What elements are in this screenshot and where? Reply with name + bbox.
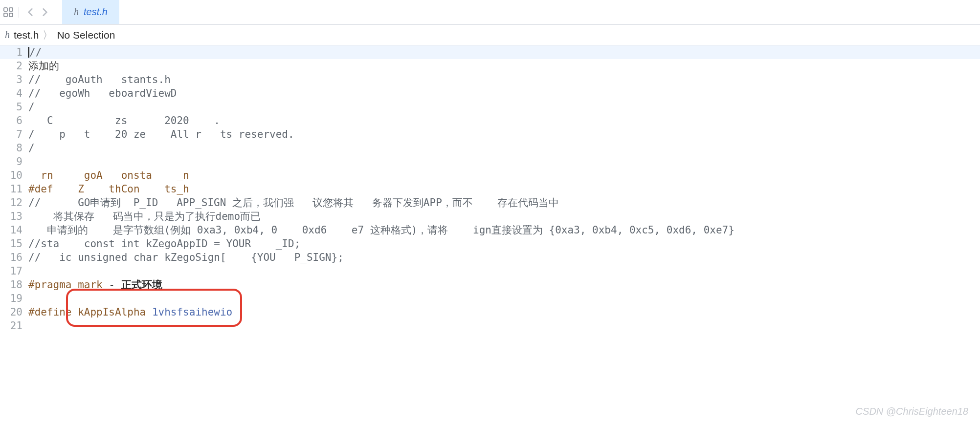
code-line[interactable]: 6 C zs 2020 . xyxy=(0,114,980,127)
breadcrumb: h test.h 〉 No Selection xyxy=(0,25,980,45)
forward-button[interactable] xyxy=(39,6,51,19)
code-editor[interactable]: 1//2添加的3// goAuth stants.h4// egoWh eboa… xyxy=(0,45,980,423)
project-navigator-icon[interactable] xyxy=(3,7,14,18)
back-button[interactable] xyxy=(24,6,37,19)
code-content[interactable]: / p t 20 ze All r ts reserved. xyxy=(28,127,980,141)
code-content[interactable]: 添加的 xyxy=(28,59,980,73)
code-line[interactable]: 14 申请到的 是字节数组(例如 0xa3, 0xb4, 0 0xd6 e7 这… xyxy=(0,223,980,237)
code-content[interactable]: // egoWh eboardViewD xyxy=(28,86,980,100)
line-number: 21 xyxy=(0,319,28,333)
header-file-icon: h xyxy=(74,6,79,18)
code-line[interactable]: 3// goAuth stants.h xyxy=(0,73,980,86)
code-line[interactable]: 13 将其保存 码当中，只是为了执行demo而已 xyxy=(0,210,980,223)
tab-label: test.h xyxy=(84,6,108,18)
line-number: 6 xyxy=(0,114,28,127)
code-line[interactable]: 10 rn goA onsta _n xyxy=(0,169,980,182)
code-content[interactable]: #pragma mark - 正式环境 xyxy=(28,278,980,292)
line-number: 7 xyxy=(0,127,28,141)
code-line[interactable]: 4// egoWh eboardViewD xyxy=(0,86,980,100)
code-line[interactable]: 7/ p t 20 ze All r ts reserved. xyxy=(0,127,980,141)
code-line[interactable]: 9 xyxy=(0,155,980,169)
code-content[interactable]: rn goA onsta _n xyxy=(28,169,980,182)
breadcrumb-filename[interactable]: test.h xyxy=(14,29,39,41)
code-line[interactable]: 2添加的 xyxy=(0,59,980,73)
chevron-right-icon: 〉 xyxy=(43,28,53,42)
svg-rect-2 xyxy=(4,13,7,17)
separator xyxy=(19,7,19,18)
code-line[interactable]: 16// ic unsigned char kZegoSign[ {YOU P_… xyxy=(0,251,980,264)
toolbar: h test.h xyxy=(0,0,980,25)
code-content[interactable]: // goAuth stants.h xyxy=(28,73,980,86)
line-number: 15 xyxy=(0,237,28,251)
svg-rect-3 xyxy=(9,13,13,17)
code-content[interactable]: // GO申请到 P_ID APP_SIGN 之后，我们强 议您将其 务器下发到… xyxy=(28,196,980,210)
line-number: 8 xyxy=(0,141,28,155)
code-line[interactable]: 19 xyxy=(0,292,980,305)
tab-test-h[interactable]: h test.h xyxy=(62,0,119,24)
line-number: 12 xyxy=(0,196,28,210)
line-number: 1 xyxy=(0,45,28,59)
watermark: CSDN @ChrisEighteen18 xyxy=(856,404,968,418)
code-line[interactable]: 12// GO申请到 P_ID APP_SIGN 之后，我们强 议您将其 务器下… xyxy=(0,196,980,210)
code-line[interactable]: 21 xyxy=(0,319,980,333)
code-line[interactable]: 5/ xyxy=(0,100,980,114)
code-content[interactable]: / xyxy=(28,100,980,114)
code-line[interactable]: 11#def Z thCon ts_h xyxy=(0,182,980,196)
code-content[interactable]: 将其保存 码当中，只是为了执行demo而已 xyxy=(28,210,980,223)
line-number: 2 xyxy=(0,59,28,73)
line-number: 14 xyxy=(0,223,28,237)
code-line[interactable]: 17 xyxy=(0,264,980,278)
line-number: 17 xyxy=(0,264,28,278)
line-number: 9 xyxy=(0,155,28,169)
code-content[interactable]: C zs 2020 . xyxy=(28,114,980,127)
header-file-icon: h xyxy=(5,29,10,41)
code-content[interactable]: // ic unsigned char kZegoSign[ {YOU P_SI… xyxy=(28,251,980,264)
code-line[interactable]: 15//sta const int kZegoAppID = YOUR _ID; xyxy=(0,237,980,251)
code-line[interactable]: 8/ xyxy=(0,141,980,155)
line-number: 11 xyxy=(0,182,28,196)
code-line[interactable]: 18#pragma mark - 正式环境 xyxy=(0,278,980,292)
svg-rect-1 xyxy=(9,8,13,11)
line-number: 3 xyxy=(0,73,28,86)
code-content[interactable]: //sta const int kZegoAppID = YOUR _ID; xyxy=(28,237,980,251)
breadcrumb-selection[interactable]: No Selection xyxy=(57,29,115,41)
code-line[interactable]: 1// xyxy=(0,45,980,59)
code-content[interactable]: 申请到的 是字节数组(例如 0xa3, 0xb4, 0 0xd6 e7 这种格式… xyxy=(28,223,980,237)
line-number: 13 xyxy=(0,210,28,223)
line-number: 4 xyxy=(0,86,28,100)
line-number: 10 xyxy=(0,169,28,182)
line-number: 16 xyxy=(0,251,28,264)
svg-rect-0 xyxy=(4,8,7,11)
code-content[interactable]: / xyxy=(28,141,980,155)
line-number: 5 xyxy=(0,100,28,114)
code-content[interactable]: // xyxy=(28,45,980,59)
code-content[interactable]: #define kAppIsAlpha 1vhsfsaihewio xyxy=(28,305,980,319)
code-content[interactable]: #def Z thCon ts_h xyxy=(28,182,980,196)
line-number: 18 xyxy=(0,278,28,292)
line-number: 19 xyxy=(0,292,28,305)
code-line[interactable]: 20#define kAppIsAlpha 1vhsfsaihewio xyxy=(0,305,980,319)
line-number: 20 xyxy=(0,305,28,319)
